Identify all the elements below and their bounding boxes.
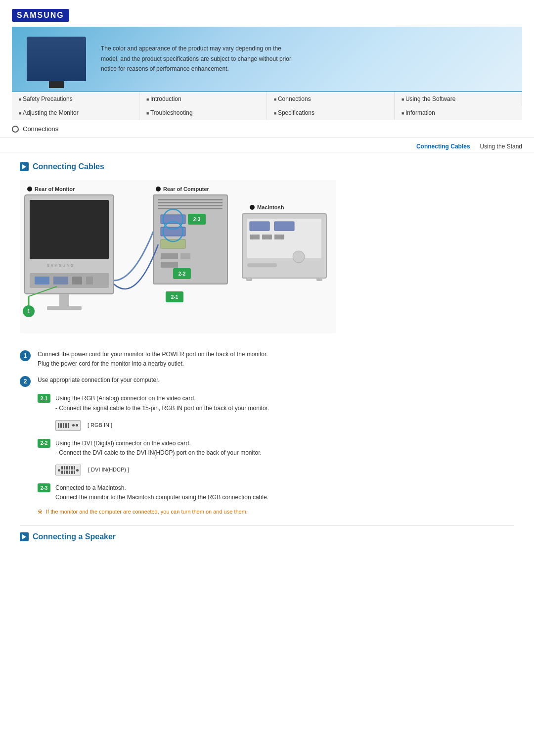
sub-instruction-text-2-1: Using the RGB (Analog) connector on the … <box>55 394 269 433</box>
sub-instruction-2-3: 2-3 Connected to a Macintosh. Connect th… <box>38 483 514 502</box>
rgb-port-label: [ RGB IN ] <box>88 421 112 430</box>
section-title-row: Connecting Cables <box>20 162 514 171</box>
nav-using-software[interactable]: Using the Software <box>395 92 522 106</box>
svg-rect-21 <box>158 202 222 203</box>
svg-rect-24 <box>161 215 185 224</box>
svg-rect-49 <box>246 278 252 281</box>
instruction-2: 2 Use appropriate connection for your co… <box>20 376 514 387</box>
svg-text:Rear of Monitor: Rear of Monitor <box>35 186 75 192</box>
footer-section-icon <box>20 532 29 541</box>
svg-rect-20 <box>158 199 222 200</box>
svg-text:1: 1 <box>27 308 30 314</box>
svg-rect-27 <box>161 253 178 259</box>
hero-banner: The color and appearance of the product … <box>12 27 522 91</box>
svg-text:2-1: 2-1 <box>171 294 178 300</box>
svg-text:Rear of Computer: Rear of Computer <box>163 186 210 192</box>
hero-text: The color and appearance of the product … <box>101 44 299 74</box>
svg-rect-29 <box>161 262 178 268</box>
page-header: SAMSUNG The color and appearance of the … <box>0 0 534 120</box>
svg-text:2-2: 2-2 <box>178 271 186 277</box>
svg-rect-9 <box>72 277 82 284</box>
svg-rect-46 <box>274 235 284 239</box>
svg-point-48 <box>293 251 305 263</box>
instruction-1: 1 Connect the power cord for your monito… <box>20 350 514 369</box>
dvi-port-icon <box>55 465 81 475</box>
instruction-text-2: Use appropriate connection for your comp… <box>38 376 514 385</box>
instruction-num-2: 2 <box>20 376 31 387</box>
note-row: ※ If the monitor and the computer are co… <box>38 508 514 515</box>
svg-rect-42 <box>250 222 269 231</box>
connection-diagram: Rear of Monitor SAMSUNG 1 <box>20 180 336 333</box>
instruction-text-1: Connect the power cord for your monitor … <box>38 350 514 369</box>
svg-rect-4 <box>30 200 109 259</box>
diagram-container: Rear of Monitor SAMSUNG 1 <box>20 180 514 345</box>
sub-badge-2-1: 2-1 <box>38 394 50 403</box>
svg-point-17 <box>156 187 161 191</box>
sub-badge-2-3: 2-3 <box>38 483 50 492</box>
svg-text:Macintosh: Macintosh <box>257 204 284 210</box>
instructions: 1 Connect the power cord for your monito… <box>20 350 514 515</box>
samsung-logo: SAMSUNG <box>12 9 69 22</box>
main-content: Connecting Cables Rear of Monitor SAMSUN… <box>0 152 534 551</box>
svg-rect-47 <box>247 263 277 267</box>
sub-nav: Connecting Cables Using the Stand <box>0 138 534 152</box>
svg-text:SAMSUNG: SAMSUNG <box>47 264 75 267</box>
breadcrumb-label: Connections <box>23 125 58 133</box>
note-symbol: ※ <box>38 508 43 515</box>
nav-information[interactable]: Information <box>395 106 522 120</box>
svg-rect-50 <box>316 278 322 281</box>
nav-adjusting-monitor[interactable]: Adjusting the Monitor <box>12 106 139 120</box>
nav-troubleshooting[interactable]: Troubleshooting <box>139 106 267 120</box>
footer-section: Connecting a Speaker <box>20 525 514 541</box>
svg-rect-28 <box>180 253 190 259</box>
footer-play-icon <box>22 534 26 539</box>
svg-rect-44 <box>250 235 260 239</box>
instruction-num-1: 1 <box>20 350 31 361</box>
section-title-text: Connecting Cables <box>33 162 104 171</box>
footer-title-row: Connecting a Speaker <box>20 532 514 541</box>
breadcrumb: Connections <box>0 120 534 138</box>
svg-rect-45 <box>262 235 272 239</box>
nav-menu: Safety Precautions Introduction Connecti… <box>12 91 522 120</box>
svg-rect-11 <box>59 294 69 306</box>
nav-safety-precautions[interactable]: Safety Precautions <box>12 92 139 106</box>
svg-rect-43 <box>274 222 294 231</box>
footer-title-text: Connecting a Speaker <box>33 532 116 541</box>
section-icon <box>20 162 29 171</box>
sub-instruction-2-1: 2-1 Using the RGB (Analog) connector on … <box>38 394 514 433</box>
sub-instruction-2-2: 2-2 Using the DVI (Digital) connector on… <box>38 439 514 478</box>
sub-nav-using-stand[interactable]: Using the Stand <box>480 143 522 150</box>
sub-badge-2-2: 2-2 <box>38 439 50 448</box>
svg-rect-26 <box>161 239 185 248</box>
svg-point-38 <box>250 205 255 210</box>
svg-rect-22 <box>158 205 222 206</box>
hero-monitor-image <box>27 37 86 81</box>
svg-point-1 <box>27 187 32 191</box>
play-icon <box>22 164 26 169</box>
svg-rect-25 <box>161 227 185 236</box>
rgb-port-icon <box>55 420 81 431</box>
nav-specifications[interactable]: Specifications <box>267 106 395 120</box>
nav-introduction[interactable]: Introduction <box>139 92 267 106</box>
nav-connections[interactable]: Connections <box>267 92 395 106</box>
svg-text:2-3: 2-3 <box>193 217 201 222</box>
sub-instruction-text-2-2: Using the DVI (Digital) connector on the… <box>55 439 262 478</box>
svg-rect-12 <box>47 306 82 310</box>
svg-rect-10 <box>86 277 93 284</box>
svg-rect-8 <box>53 277 68 284</box>
svg-rect-7 <box>35 277 49 284</box>
dvi-port-label: [ DVI IN(HDCP) ] <box>88 466 129 474</box>
breadcrumb-dot-icon <box>12 126 19 133</box>
sub-nav-connecting-cables[interactable]: Connecting Cables <box>416 143 470 150</box>
svg-rect-23 <box>158 208 222 209</box>
note-text: ※ If the monitor and the computer are co… <box>38 509 248 515</box>
sub-instruction-text-2-3: Connected to a Macintosh. Connect the mo… <box>55 483 268 502</box>
